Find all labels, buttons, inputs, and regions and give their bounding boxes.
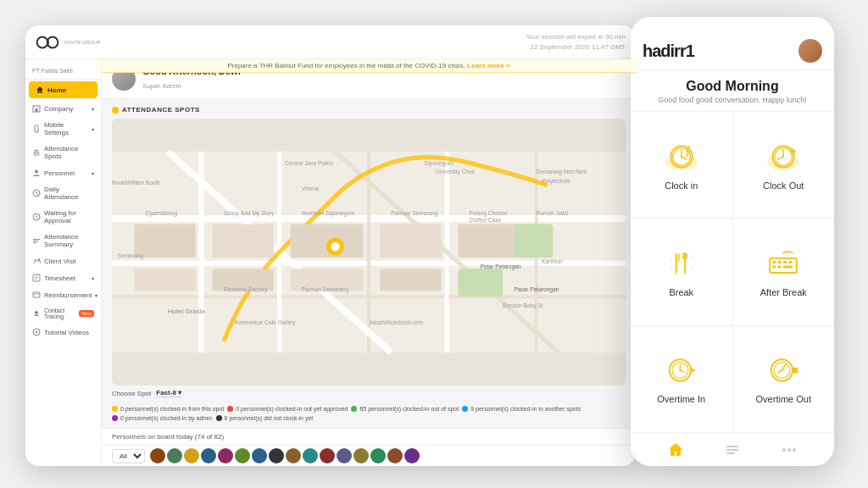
sidebar-item-waiting-approval[interactable]: Waiting for Approval xyxy=(25,205,101,229)
sidebar-item-company[interactable]: Company ▾ xyxy=(25,100,101,117)
after-break-icon xyxy=(761,247,805,280)
action-after-break[interactable]: After Break xyxy=(733,219,835,324)
svg-rect-28 xyxy=(213,225,274,258)
svg-rect-11 xyxy=(33,241,38,241)
svg-rect-90 xyxy=(783,265,793,268)
avatar-16 xyxy=(404,448,420,463)
svg-rect-89 xyxy=(778,265,782,268)
session-info: Your session will expire in 30 min 22 Se… xyxy=(112,32,626,51)
laptop-screen: FASTB GROUP Prepare a THR Bailout Fund f… xyxy=(25,25,636,466)
announcement-bar: Prepare a THR Bailout Fund for employees… xyxy=(102,59,636,73)
timesheet-arrow: ▾ xyxy=(92,275,94,281)
user-role: Super Admin xyxy=(142,82,181,90)
avatar-8 xyxy=(269,448,284,463)
sidebar-item-attendance-spots[interactable]: Attendance Spots xyxy=(25,141,101,164)
sidebar-item-client-visit[interactable]: Client Visit xyxy=(25,252,101,269)
svg-point-81 xyxy=(670,267,672,269)
sidebar-item-mobile-settings[interactable]: Mobile Settings ▾ xyxy=(25,117,101,141)
avatar-9 xyxy=(286,448,301,463)
map-legend: 0 personnel(s) clocked-in from this spot… xyxy=(112,406,626,421)
svg-rect-3 xyxy=(36,108,38,112)
action-clock-out[interactable]: Clock Out xyxy=(733,112,835,218)
avatar-12 xyxy=(337,448,352,463)
svg-point-37 xyxy=(331,242,340,252)
svg-text:Semarang Merchant: Semarang Merchant xyxy=(537,169,587,175)
nav-list-icon[interactable] xyxy=(724,441,741,458)
clock-out-icon xyxy=(761,140,805,174)
phone-user-avatar[interactable] xyxy=(798,39,822,63)
svg-point-79 xyxy=(670,260,672,262)
map-container[interactable]: Djamblong Scoop And My Story favehotel D… xyxy=(112,119,626,385)
svg-text:Rumah Sakit: Rumah Sakit xyxy=(537,210,569,216)
legend-dot-1 xyxy=(227,406,233,412)
learn-more-link[interactable]: Learn more > xyxy=(467,62,509,69)
svg-rect-29 xyxy=(291,225,364,258)
svg-text:Djamblong: Djamblong xyxy=(146,209,178,217)
svg-text:Richeese-Factory: Richeese-Factory xyxy=(224,286,268,293)
svg-rect-104 xyxy=(726,452,735,454)
svg-text:Parman Semarang: Parman Semarang xyxy=(302,286,349,293)
action-grid: Clock in Clock Out xyxy=(631,112,834,432)
svg-rect-12 xyxy=(33,242,36,243)
svg-text:Parman Semarang: Parman Semarang xyxy=(391,210,438,217)
sidebar-item-attendance-summary[interactable]: Attendance Summary xyxy=(25,229,101,252)
sidebar-item-contact-tracing[interactable]: Contact Tracing New xyxy=(25,303,101,324)
action-overtime-in[interactable]: Overtime In xyxy=(631,326,732,432)
phone-status-bar xyxy=(631,17,834,34)
svg-point-95 xyxy=(679,369,681,371)
main-area: PT Fatiha Sakti Home Company ▾ Mobile Se… xyxy=(25,59,636,466)
sidebar-item-personnel[interactable]: Personnel ▾ xyxy=(25,164,101,181)
sidebar-item-reimbursement[interactable]: Reimbursement ▾ xyxy=(25,286,101,303)
avatar-1 xyxy=(150,448,165,463)
svg-text:Semarang: Semarang xyxy=(118,252,144,259)
svg-point-7 xyxy=(35,170,38,174)
svg-text:Pelang Cheese: Pelang Cheese xyxy=(470,210,508,217)
sidebar-item-home[interactable]: Home xyxy=(29,81,97,98)
svg-point-82 xyxy=(690,267,692,269)
overtime-in-label: Overtime In xyxy=(657,394,705,404)
phone-greeting-title: Good Morning xyxy=(643,79,822,94)
legend-item-1: 0 personnel(s) clocked-in not yet approv… xyxy=(227,406,348,412)
svg-text:Polytechnic: Polytechnic xyxy=(542,178,570,185)
avatar-2 xyxy=(167,448,182,463)
phone-bottom-nav xyxy=(631,432,834,466)
nav-home-icon[interactable] xyxy=(667,441,684,458)
overtime-in-icon xyxy=(659,353,704,387)
action-break[interactable]: Break xyxy=(631,219,732,324)
section-title: ATTENDANCE SPOTS xyxy=(112,106,626,114)
svg-rect-35 xyxy=(380,269,441,291)
svg-point-75 xyxy=(782,155,784,157)
fastb-logo xyxy=(36,34,63,51)
clock-in-icon xyxy=(659,140,704,174)
avatar-10 xyxy=(303,448,318,463)
legend-dot-4 xyxy=(112,415,118,421)
svg-point-0 xyxy=(37,36,48,47)
nav-more-icon[interactable] xyxy=(781,441,798,458)
map-svg: Djamblong Scoop And My Story favehotel D… xyxy=(112,119,626,385)
spot-value[interactable]: Fast-8 ▾ xyxy=(156,389,181,397)
filter-select[interactable]: All xyxy=(112,449,145,463)
avatar-5 xyxy=(218,448,233,463)
svg-text:Hotel Grasia: Hotel Grasia xyxy=(168,308,205,315)
filter-row: All xyxy=(102,445,636,466)
overtime-out-icon xyxy=(761,353,805,387)
legend-dot-0 xyxy=(112,406,118,412)
svg-text:Central Java Police: Central Java Police xyxy=(285,160,333,166)
svg-rect-86 xyxy=(783,261,787,263)
avatar-6 xyxy=(235,448,250,463)
sidebar-item-timesheet[interactable]: Timesheet ▾ xyxy=(25,269,101,286)
phone-greeting: Good Morning Good food good conversation… xyxy=(631,70,834,112)
personnel-avatars xyxy=(150,448,420,463)
sidebar-item-daily-attendance[interactable]: Daily Attendance xyxy=(25,181,101,205)
svg-point-69 xyxy=(681,155,682,157)
phone-logo: hadirr1 xyxy=(643,42,694,61)
svg-rect-85 xyxy=(778,261,782,263)
action-overtime-out[interactable]: Overtime Out xyxy=(733,326,835,432)
action-clock-in[interactable]: Clock in xyxy=(631,112,732,218)
svg-rect-87 xyxy=(789,261,793,263)
svg-point-5 xyxy=(36,130,37,131)
legend-item-0: 0 personnel(s) clocked-in from this spot xyxy=(112,406,224,412)
svg-text:Bondon Baby St: Bondon Baby St xyxy=(503,302,543,309)
svg-text:favehotel Diponegoro: favehotel Diponegoro xyxy=(302,210,355,217)
sidebar-item-tutorial-videos[interactable]: Tutorial Videos xyxy=(25,324,101,341)
